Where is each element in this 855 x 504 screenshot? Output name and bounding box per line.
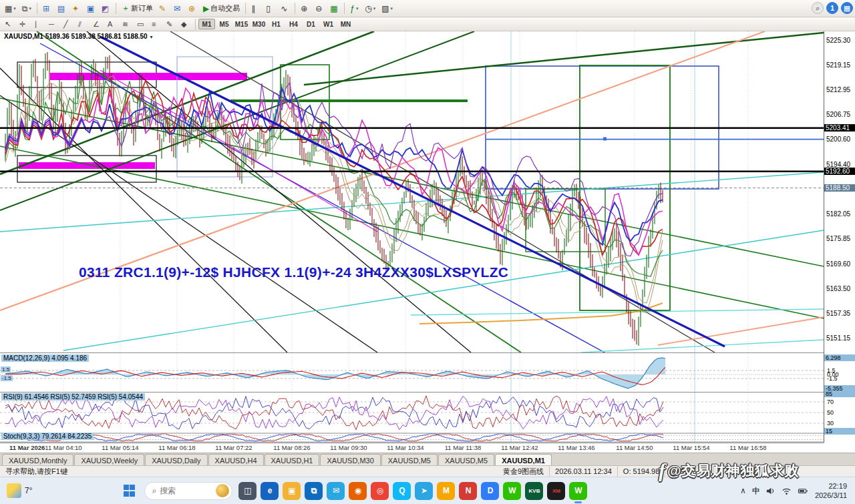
fibonacci-tool-button[interactable]: ≋ [120,17,134,31]
angle-tool-button[interactable]: ∠ [90,17,104,31]
new-order-button[interactable]: ＋新订单 [119,2,156,15]
chart-annotation[interactable]: 0311 ZRC1.1(9)+-12$ HJHCFX 1.1(9)+-24 3H… [79,264,508,280]
app-icon-wechat-2[interactable]: W [569,482,587,500]
app-icon-mt4-terminal[interactable]: M [437,482,455,500]
timeframe-m5[interactable]: M5 [216,19,232,29]
indicators-button[interactable]: ƒ▾ [347,2,361,15]
text-tool-button[interactable]: A [105,17,119,31]
bar-chart-mode-button[interactable]: ∥ [248,2,263,15]
candle-mode-button[interactable]: ▯ [263,2,277,15]
quote-collapse-icon[interactable]: ▾ [150,34,153,40]
new-chart-button[interactable]: ▦▾ [2,2,19,15]
objects-tool-button[interactable]: ◆ [178,17,192,31]
rsi-scale-label: 50 [827,409,834,416]
chart-canvas[interactable] [0,31,824,443]
tab-xauusd-m30[interactable]: XAUUSD,M30 [320,454,380,465]
app-icon-telegram[interactable]: ➤ [415,482,433,500]
taskbar-search[interactable]: ⌕ [144,482,232,500]
tray-expand-icon[interactable]: ∧ [740,486,746,495]
toolbar-separator [295,3,295,14]
time-axis-label: 11 Mar 14:50 [616,444,653,451]
assist-badge[interactable]: 1 [826,2,838,14]
profiles-button[interactable]: ⧉▾ [19,2,34,15]
strategy-tester-button[interactable]: ◩ [99,2,113,15]
community-button[interactable]: ⊛ [186,2,200,15]
pencil-tool-button[interactable]: ✎ [164,17,178,31]
input-language-badge[interactable]: 中 [752,486,759,496]
timeframe-m15[interactable]: M15 [233,19,250,29]
rsi-line [5,397,663,430]
app-icon-netease[interactable]: N [459,482,477,500]
price-pane [0,31,824,352]
tab-xauusd-m5[interactable]: XAUUSD,M5 [381,454,438,465]
tab-xauusd-h4[interactable]: XAUUSD,H4 [208,454,264,465]
trendline-tool-button[interactable]: ╱ [61,17,75,31]
horizontal-line-tool-button[interactable]: ─ [46,17,60,31]
data-window-button[interactable]: ▤ [55,2,69,15]
shapes-tool-button[interactable]: ▭ [134,17,148,31]
tab-xauusd-daily[interactable]: XAUUSD,Daily [145,454,207,465]
price-scale-label: 5212.95 [826,86,850,93]
time-axis-label: 11 Mar 06:18 [158,444,195,451]
timeframe-m1[interactable]: M1 [198,19,215,29]
market-watch-button[interactable]: ⊞ [40,2,54,15]
zoom-out-button[interactable]: ⊖ [313,2,327,15]
navigator-button[interactable]: ✦ [69,2,83,15]
chart-tabs: XAUUSD,MonthlyXAUUSD,WeeklyXAUUSD,DailyX… [0,453,855,465]
timeframe-d1[interactable]: D1 [303,19,319,29]
app-icon-chrome-browser[interactable]: ◎ [371,482,389,500]
network-icon[interactable] [782,486,792,496]
indicators-icon: ƒ [350,4,355,13]
app-icon-wechat[interactable]: W [503,482,521,500]
tab-xauusd-weekly[interactable]: XAUUSD,Weekly [74,454,144,465]
start-button[interactable] [118,479,140,502]
macd-label: MACD(12,26,9) 4.095 4.186 [1,354,89,362]
metaeditor-button[interactable]: ✎ [156,2,170,15]
app-icon-file-explorer[interactable]: ▣ [283,482,301,500]
taskbar-clock[interactable]: 22:19 2026/3/11 [815,481,847,501]
crosshair-tool-button[interactable]: ✛ [17,17,31,31]
tab-xauusd-monthly[interactable]: XAUUSD,Monthly [2,454,73,465]
timeframe-w1[interactable]: W1 [320,19,337,29]
app-icon-edge-browser[interactable]: e [261,482,279,500]
terminal-button[interactable]: ▣ [84,2,98,15]
app-icon-mail[interactable]: ✉ [327,482,345,500]
cursor-tool-button[interactable]: ↖ [2,17,16,31]
app-icon-task-view[interactable]: ◫ [238,482,256,500]
line-mode-button[interactable]: ∿ [278,2,292,15]
auto-trading-button[interactable]: ▶自动交易 [200,2,242,15]
zoom-in-button[interactable]: ⊕ [298,2,312,15]
app-icon-qq[interactable]: Q [393,482,411,500]
time-axis[interactable]: 11 Mar 202611 Mar 04:1011 Mar 05:1411 Ma… [0,443,824,453]
tab-xauusd-m1[interactable]: XAUUSD,M1 [495,454,552,465]
screen-magnifier[interactable]: ⌕ [812,2,824,14]
app-icon-dingtalk[interactable]: D [481,482,499,500]
vertical-line-tool-button[interactable]: ∣ [31,17,45,31]
list-tool-button[interactable]: ≡ [149,17,163,31]
timeframe-m30[interactable]: M30 [250,19,267,29]
tile-windows-button[interactable]: ▦ [327,2,341,15]
volume-icon[interactable] [765,486,776,496]
app-icon-xm-app[interactable]: XM [547,482,565,500]
periods-button[interactable]: ◷▾ [362,2,378,15]
channel-tool-button[interactable]: ⫽ [75,17,90,31]
chat-button[interactable]: ✉ [171,2,185,15]
templates-button[interactable]: ▧▾ [379,2,395,15]
chart-area[interactable]: XAUUSD,M1 5189.36 5189.38 5186.81 5188.5… [0,31,824,443]
timeframe-mn[interactable]: MN [337,19,354,29]
new-order-icon: ＋ [122,3,130,14]
battery-icon[interactable] [798,486,809,496]
price-scale-label: 5200.60 [826,136,850,143]
tab-xauusd-h1[interactable]: XAUUSD,H1 [265,454,320,465]
weather-widget[interactable]: 7° [0,483,39,498]
timeframe-h4[interactable]: H4 [285,19,302,29]
app-icon-firefox-browser[interactable]: ◉ [349,482,367,500]
app-icon-kvb-app[interactable]: KVB [525,482,543,500]
search-input[interactable] [160,486,198,495]
tab-xauusd-m5[interactable]: XAUUSD,M5 [438,454,494,465]
rsi-scale-label: 70 [827,399,834,405]
timeframe-h1[interactable]: H1 [268,19,285,29]
assist-panel[interactable]: ▦ [841,2,853,14]
app-icon-microsoft-store[interactable]: ⧉ [305,482,323,500]
price-scale[interactable]: 5225.305219.155212.955206.755203.415200.… [824,31,855,443]
